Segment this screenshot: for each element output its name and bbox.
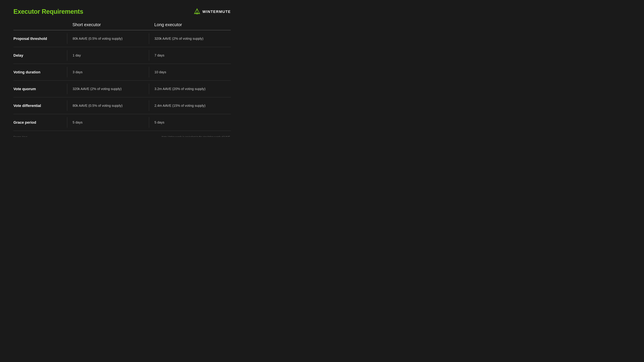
row-value-quorum-short: 320k AAVE (2% of voting supply) [67, 84, 149, 94]
table-row: Voting duration 3 days 10 days [14, 64, 231, 81]
row-value-quorum-long: 3.2m AAVE (20% of voting supply) [149, 84, 231, 94]
table-row: Delay 1 day 7 days [14, 47, 231, 64]
row-label-vote-differential: Vote differential [14, 100, 67, 111]
col-empty-header [14, 22, 67, 27]
row-label-voting-duration: Voting duration [14, 67, 67, 78]
table-header-row: Short executor Long executor [14, 22, 231, 30]
row-label-grace-period: Grace period [14, 117, 67, 128]
row-value-delay-long: 7 days [149, 50, 231, 61]
row-value-voting-short: 3 days [67, 67, 149, 77]
table-row: Grace period 5 days 5 days [14, 114, 231, 131]
table-wrapper: Short executor Long executor Proposal th… [14, 22, 231, 131]
footer-row: Source: Aave Note: Voting supply is equi… [14, 132, 231, 137]
col-header-long: Long executor [149, 22, 231, 27]
table-row: Vote quorum 320k AAVE (2% of voting supp… [14, 81, 231, 97]
logo-text: WINTERMUTE [202, 9, 231, 14]
table-body: Proposal threshold 80k AAVE (0.5% of vot… [14, 30, 231, 131]
row-value-grace-long: 5 days [149, 117, 231, 128]
table-row: Proposal threshold 80k AAVE (0.5% of vot… [14, 30, 231, 47]
row-value-differential-short: 80k AAVE (0.5% of voting supply) [67, 100, 149, 111]
row-label-proposal-threshold: Proposal threshold [14, 33, 67, 44]
source-text: Source: Aave [14, 136, 27, 137]
row-label-delay: Delay [14, 50, 67, 61]
row-value-voting-long: 10 days [149, 67, 231, 77]
note-text: Note: Voting supply is equivalent to the… [162, 136, 231, 137]
row-value-proposal-long: 320k AAVE (2% of voting supply) [149, 33, 231, 44]
table-row: Vote differential 80k AAVE (0.5% of voti… [14, 97, 231, 114]
row-value-differential-long: 2.4m AAVE (15% of voting supply) [149, 100, 231, 111]
row-value-proposal-short: 80k AAVE (0.5% of voting supply) [67, 33, 149, 44]
row-label-vote-quorum: Vote quorum [14, 83, 67, 94]
header-row: Executor Requirements WINTERMUTE [14, 8, 231, 15]
row-value-delay-short: 1 day [67, 50, 149, 61]
page-title: Executor Requirements [14, 8, 83, 15]
row-value-grace-short: 5 days [67, 117, 149, 128]
page-container: Executor Requirements WINTERMUTE Short e… [0, 0, 244, 137]
wintermute-logo-icon [193, 8, 201, 15]
col-header-short: Short executor [67, 22, 149, 27]
logo-area: WINTERMUTE [193, 8, 231, 15]
